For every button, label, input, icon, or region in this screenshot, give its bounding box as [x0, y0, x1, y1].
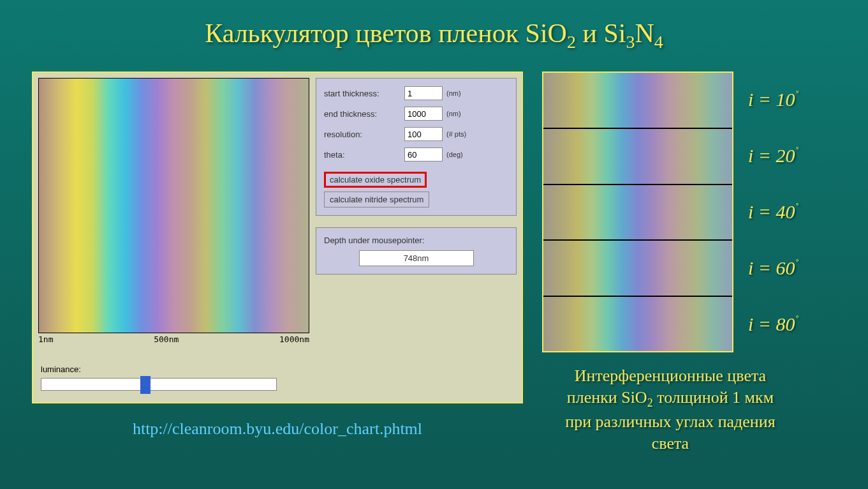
slide-title: Калькулятор цветов пленок SiO2 и Si3N4 — [0, 0, 868, 52]
parameter-box: start thickness: (nm) end thickness: (nm… — [316, 78, 517, 216]
calculate-oxide-button[interactable]: calculate oxide spectrum — [324, 172, 427, 188]
theta-unit: (deg) — [446, 151, 463, 158]
end-thickness-input[interactable] — [404, 107, 443, 121]
angle-label-40: i = 40˚ — [748, 201, 798, 223]
theta-input[interactable] — [404, 147, 443, 162]
resolution-input[interactable] — [404, 127, 443, 141]
resolution-unit: (# pts) — [446, 130, 466, 138]
axis-tick-start: 1nm — [38, 335, 53, 344]
axis-tick-mid: 500nm — [154, 335, 179, 344]
luminance-label: luminance: — [41, 365, 514, 374]
start-thickness-unit: (nm) — [446, 89, 461, 97]
start-thickness-input[interactable] — [404, 86, 443, 100]
end-thickness-unit: (nm) — [446, 110, 461, 117]
angle-comparison-panel — [542, 71, 733, 352]
angle-label-60: i = 60˚ — [748, 257, 798, 279]
angle-label-10: i = 10˚ — [748, 89, 798, 110]
calculate-nitride-button[interactable]: calculate nitride spectrum — [324, 192, 429, 207]
angle-label-80: i = 80˚ — [748, 313, 798, 335]
source-url[interactable]: http://cleanroom.byu.edu/color_chart.pht… — [32, 419, 523, 439]
spectrum-display[interactable] — [38, 78, 309, 333]
depth-label: Depth under mousepointer: — [324, 236, 508, 245]
resolution-label: resolution: — [324, 130, 401, 139]
angle-strip-10 — [543, 73, 732, 129]
luminance-thumb[interactable] — [140, 376, 151, 394]
calculator-panel: 1nm 500nm 1000nm start thickness: (nm) e — [32, 71, 523, 403]
angle-strip-80 — [543, 297, 732, 352]
axis-labels: 1nm 500nm 1000nm — [38, 335, 309, 344]
end-thickness-label: end thickness: — [324, 109, 401, 119]
theta-label: theta: — [324, 150, 401, 160]
angle-strip-60 — [543, 241, 732, 297]
right-caption: Интерференционные цвета пленки SiO2 толщ… — [542, 365, 798, 454]
axis-tick-end: 1000nm — [279, 335, 309, 344]
start-thickness-label: start thickness: — [324, 89, 401, 98]
depth-box: Depth under mousepointer: 748nm — [316, 227, 517, 275]
angle-strip-20 — [543, 129, 732, 185]
angle-label-20: i = 20˚ — [748, 145, 798, 167]
angle-strip-40 — [543, 185, 732, 241]
luminance-slider[interactable] — [41, 378, 277, 391]
depth-value: 748nm — [359, 250, 474, 266]
